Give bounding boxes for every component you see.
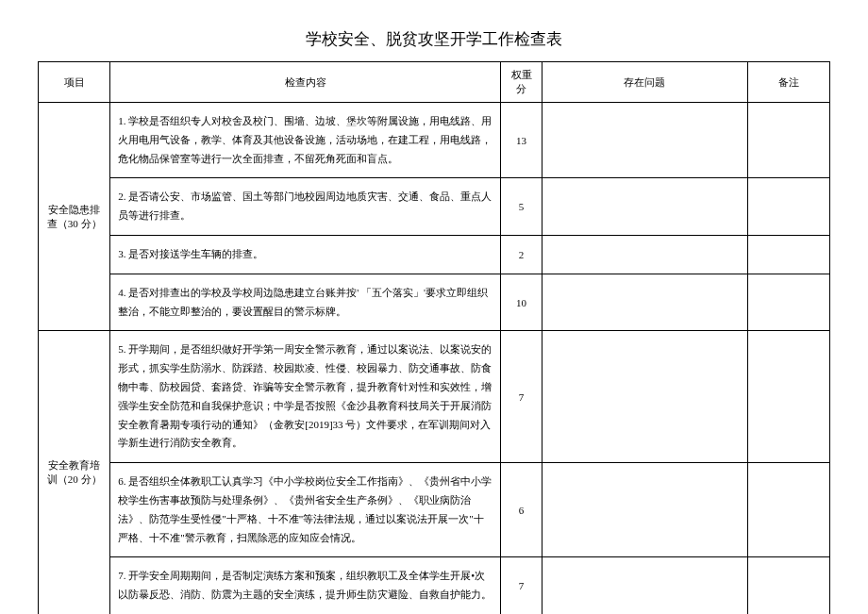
header-issue: 存在问题 — [542, 62, 747, 103]
header-weight: 权重分 — [501, 62, 542, 103]
remark-cell — [747, 274, 829, 331]
section-name-0: 安全隐患排查（30 分） — [39, 103, 110, 331]
weight-cell: 7 — [501, 331, 542, 463]
remark-cell — [747, 331, 829, 463]
remark-cell — [747, 103, 829, 178]
remark-cell — [747, 463, 829, 557]
issue-cell — [542, 274, 747, 331]
remark-cell — [747, 178, 829, 236]
issue-cell — [542, 103, 747, 178]
content-cell: 4. 是否对排查出的学校及学校周边隐患建立台账并按' 「五个落实」'要求立即组织… — [110, 274, 501, 331]
weight-cell: 2 — [501, 235, 542, 274]
issue-cell — [542, 557, 747, 614]
header-remark: 备注 — [747, 62, 829, 103]
weight-cell: 10 — [501, 274, 542, 331]
issue-cell — [542, 178, 747, 236]
content-cell: 6. 是否组织全体教职工认真学习《中小学校岗位安全工作指南》、《贵州省中小学校学… — [110, 463, 501, 557]
issue-cell — [542, 463, 747, 557]
weight-cell: 13 — [501, 103, 542, 178]
content-cell: 5. 开学期间，是否组织做好开学第一周安全警示教育，通过以案说法、以案说安的形式… — [110, 331, 501, 463]
section-name-1: 安全教育培训（20 分） — [39, 331, 110, 614]
content-cell: 2. 是否请公安、市场监管、国土等部门地校园周边地质灾害、交通、食品、重点人员等… — [110, 178, 501, 236]
content-cell: 3. 是否对接送学生车辆的排查。 — [110, 235, 501, 274]
content-cell: 7. 开学安全周期期间，是否制定演练方案和预案，组织教职工及全体学生开展•次以防… — [110, 557, 501, 614]
issue-cell — [542, 235, 747, 274]
weight-cell: 6 — [501, 463, 542, 557]
weight-cell: 7 — [501, 557, 542, 614]
weight-cell: 5 — [501, 178, 542, 236]
issue-cell — [542, 331, 747, 463]
page-title: 学校安全、脱贫攻坚开学工作检查表 — [38, 28, 830, 50]
header-content: 检查内容 — [110, 62, 501, 103]
header-project: 项目 — [39, 62, 110, 103]
content-cell: 1. 学校是否组织专人对校舍及校门、围墙、边坡、堡坎等附属设施，用电线路、用火用… — [110, 103, 501, 178]
inspection-table: 项目 检查内容 权重分 存在问题 备注 安全隐患排查（30 分） 1. 学校是否… — [38, 61, 830, 614]
remark-cell — [747, 557, 829, 614]
remark-cell — [747, 235, 829, 274]
